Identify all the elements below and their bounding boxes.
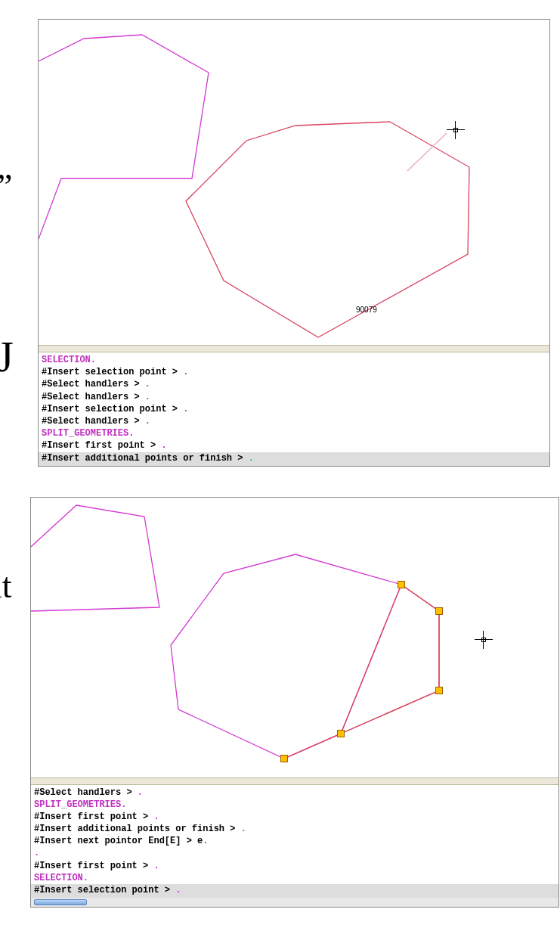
polygon-upper-left[interactable] xyxy=(39,35,209,239)
drawing-canvas[interactable]: 90079 xyxy=(39,20,549,345)
drawing-canvas[interactable] xyxy=(31,498,558,777)
vertex-handle[interactable] xyxy=(435,687,443,694)
panel-divider xyxy=(31,777,558,785)
cad-panel-top: 90079 SELECTION. #Insert selection point… xyxy=(38,19,550,467)
vertex-handle[interactable] xyxy=(398,581,405,588)
cropped-char-c: it xyxy=(0,566,12,606)
cad-panel-bottom: #Select handlers > . SPLIT_GEOMETRIES. #… xyxy=(30,497,559,908)
scrollbar-thumb[interactable] xyxy=(34,899,87,905)
horizontal-scrollbar[interactable] xyxy=(31,898,558,907)
polygon-main[interactable] xyxy=(186,122,469,337)
panel-divider xyxy=(39,345,549,352)
polygon-main-magenta[interactable] xyxy=(171,554,401,759)
split-line xyxy=(407,133,447,171)
polygon-split-red[interactable] xyxy=(284,585,439,759)
polygon-upper-left[interactable] xyxy=(31,505,159,611)
cropped-char-b: J xyxy=(0,333,14,381)
command-log: SELECTION. #Insert selection point > . #… xyxy=(39,352,549,452)
command-input[interactable]: #Insert additional points or finish > . xyxy=(39,452,549,466)
object-id-label: 90079 xyxy=(356,306,377,314)
vertex-handle[interactable] xyxy=(435,607,443,615)
vertex-handle[interactable] xyxy=(280,755,288,762)
command-input[interactable]: #Insert selection point > . xyxy=(31,884,558,898)
svg-line-0 xyxy=(401,585,439,611)
svg-line-3 xyxy=(284,734,341,759)
vertex-handle[interactable] xyxy=(337,730,345,737)
command-log: #Select handlers > . SPLIT_GEOMETRIES. #… xyxy=(31,785,558,885)
cropped-char-a: ” xyxy=(0,166,12,206)
